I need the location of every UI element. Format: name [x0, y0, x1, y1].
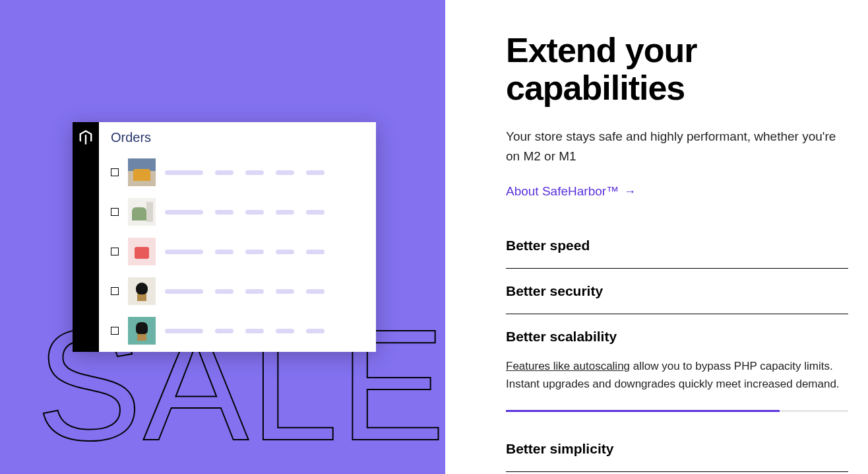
accordion-body: Features like autoscaling allow you to b…: [506, 358, 848, 393]
accordion-item-security[interactable]: Better security: [506, 269, 848, 314]
row-skeleton: [165, 289, 367, 294]
accordion-item-speed[interactable]: Better speed: [506, 223, 848, 269]
row-skeleton: [165, 170, 367, 175]
checkbox[interactable]: [111, 208, 119, 216]
accordion-item-scalability[interactable]: Better scalability Features like autosca…: [506, 314, 848, 426]
accordion-title: Better security: [506, 283, 848, 299]
accordion-body-link[interactable]: Features like autoscaling: [506, 360, 630, 372]
orders-sidebar: [73, 122, 99, 352]
content-panel: Extend your capabilities Your store stay…: [445, 0, 868, 474]
table-row: [111, 197, 367, 227]
accordion-progress-track: [506, 410, 848, 412]
page-headline: Extend your capabilities: [506, 32, 848, 107]
hero-illustration-panel: SALE Orders: [0, 0, 445, 474]
accordion-title: Better simplicity: [506, 441, 848, 457]
accordion-title: Better scalability: [506, 329, 848, 345]
row-skeleton: [165, 329, 367, 333]
accordion-item-simplicity[interactable]: Better simplicity: [506, 426, 848, 472]
product-thumbnail: [128, 277, 156, 305]
orders-window: Orders: [73, 122, 376, 352]
arrow-right-icon: →: [624, 185, 636, 199]
accordion-progress-fill: [506, 410, 780, 412]
accordion: Better speed Better security Better scal…: [506, 222, 848, 472]
table-row: [111, 236, 367, 267]
row-skeleton: [165, 210, 367, 215]
table-row: [111, 157, 367, 187]
checkbox[interactable]: [111, 327, 119, 335]
about-safeharbor-link[interactable]: About SafeHarbor™ →: [506, 184, 636, 199]
orders-title: Orders: [111, 130, 367, 145]
table-row: [111, 316, 367, 346]
checkbox[interactable]: [111, 168, 119, 176]
page-subhead: Your store stays safe and highly perform…: [506, 127, 848, 166]
row-skeleton: [165, 250, 367, 254]
checkbox[interactable]: [111, 248, 119, 255]
accordion-title: Better speed: [506, 238, 848, 254]
product-thumbnail: [128, 238, 156, 265]
product-thumbnail: [128, 317, 156, 345]
checkbox[interactable]: [111, 287, 119, 295]
cta-link-label: About SafeHarbor™: [506, 184, 619, 199]
product-thumbnail: [128, 158, 156, 186]
orders-body: Orders: [99, 122, 376, 352]
table-row: [111, 276, 367, 306]
magento-logo-icon: [78, 130, 93, 147]
product-thumbnail: [128, 198, 156, 226]
